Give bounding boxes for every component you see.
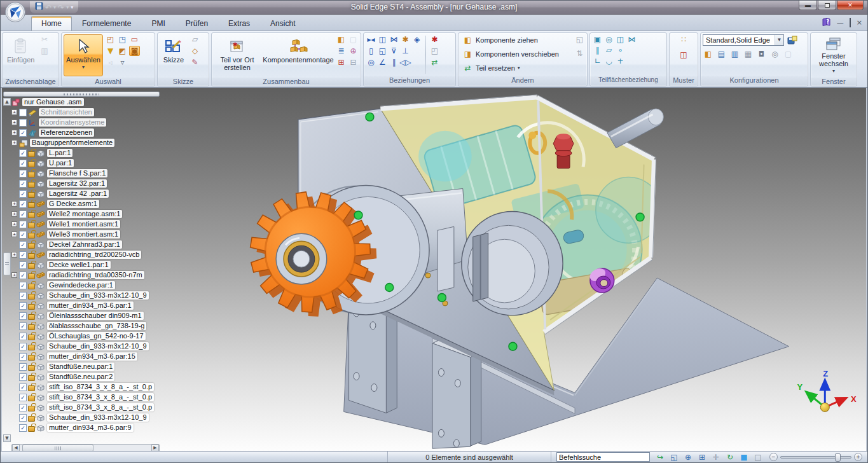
tree-item[interactable]: ✓stift_iso_8734_3_x_8_a_-_st_0.p	[11, 382, 161, 392]
visibility-checkbox[interactable]: ✓	[19, 160, 27, 167]
select-dropdown-arrow[interactable]: ▾	[82, 64, 85, 71]
visibility-checkbox[interactable]: ✓	[19, 180, 27, 188]
tree-item[interactable]: +Schnittansichten	[11, 107, 161, 118]
mate-relation-icon[interactable]: ▸◂	[366, 34, 376, 45]
tree-item[interactable]: ✓stift_iso_8734_3_x_8_a_-_st_0.p	[11, 392, 161, 403]
tree-item-label[interactable]: Welle3 montiert.asm:1	[47, 230, 120, 238]
tree-item-label[interactable]: Welle2 montage.asm:1	[47, 210, 122, 218]
group-caption[interactable]: Zwischenablage	[3, 78, 59, 86]
tree-item-label[interactable]: Referenzebenen	[39, 128, 94, 137]
visibility-checkbox[interactable]: ✓	[19, 322, 27, 330]
select-toggle-icon[interactable]: ◳	[117, 34, 128, 45]
tree-item[interactable]: ✓ölablassschaube_gn_738-19-g	[11, 321, 161, 331]
scroll-right-icon[interactable]: ▶	[151, 445, 159, 451]
group-caption[interactable]: Teilflächenbeziehung	[590, 76, 666, 86]
select-box-icon[interactable]: ◰	[105, 34, 116, 45]
copy-icon[interactable]: ▥	[39, 46, 50, 56]
minimize-button[interactable]: ▬	[799, 1, 817, 10]
tree-item-label[interactable]: mutter_din934_m3-6.par:9	[47, 424, 134, 432]
cam-relation-icon[interactable]: ◎	[366, 57, 376, 67]
tree-item[interactable]: ✓Decke welle1.par:1	[11, 260, 161, 270]
tab-pmi[interactable]: PMI	[141, 16, 175, 31]
tree-item[interactable]: +✓G Decke.asm:1	[11, 199, 161, 209]
perpendicular-face-icon[interactable]: ∟	[592, 56, 603, 66]
match-csys-icon[interactable]: ⊥	[400, 46, 411, 56]
zoom-slider-thumb[interactable]	[835, 453, 841, 462]
mirror-parts-icon[interactable]: ◫	[679, 50, 689, 60]
expand-toggle[interactable]: +	[11, 140, 17, 146]
visibility-checkbox[interactable]	[19, 119, 27, 127]
tree-item[interactable]: +✓Welle3 montiert.asm:1	[11, 230, 161, 240]
sketch-button[interactable]: Skizze	[160, 34, 188, 76]
tree-item-label[interactable]: U.par:1	[47, 159, 74, 167]
expand-toggle[interactable]: +	[11, 232, 17, 237]
zone-select-icon[interactable]: ▢	[783, 49, 794, 59]
save-configuration-icon[interactable]	[787, 35, 797, 45]
configuration-combo[interactable]: Standard,Solid Edge ▼	[703, 34, 784, 46]
range-relation-icon[interactable]: ◁▷	[400, 57, 411, 67]
flashfit-icon[interactable]: ✱	[429, 34, 440, 45]
drag-component-button[interactable]: ◧ Komponente ziehen	[460, 34, 561, 46]
tree-item-label[interactable]: Gewindedecke.par:1	[47, 281, 115, 289]
tree-item[interactable]: ✓L.par:1	[11, 148, 161, 158]
insert-component-icon[interactable]: ◧	[336, 34, 347, 45]
sketch-pencil-icon[interactable]: ✎	[189, 57, 200, 67]
tree-item-label[interactable]: nur Gehause .asm	[22, 98, 84, 106]
tree-item[interactable]: ✓Deckel Zahnrad3.par:1	[11, 240, 161, 250]
tree-item[interactable]: +Baugruppenformelemente	[11, 138, 161, 148]
tree-item-label[interactable]: Schaube_din_933-m3x12-10_9	[47, 291, 149, 300]
select-components-icon[interactable]: ◩	[117, 46, 128, 56]
group-caption[interactable]: Konfigurationen	[701, 76, 808, 86]
create-in-place-button[interactable]: ✱ Teil vor Ort erstellen	[214, 34, 261, 76]
tree-item[interactable]: ✓mutter_din934_m3-6.par:1	[11, 301, 161, 311]
tree-item-label[interactable]: stift_iso_8734_3_x_8_a_-_st_0.p	[47, 383, 154, 391]
group-caption[interactable]: Muster	[670, 76, 698, 86]
capture-fit-icon[interactable]: ⇄	[429, 57, 440, 67]
visibility-checkbox[interactable]: ✓	[19, 261, 27, 269]
tree-item-label[interactable]: Schaube_din_933-m3x12-10_9	[47, 413, 149, 422]
prompt-bar-icon[interactable]: ▭	[129, 34, 140, 45]
pattern-reference-icon[interactable]: ▢	[348, 34, 359, 45]
visibility-checkbox[interactable]: ✓	[19, 251, 27, 259]
replace-part-dropdown[interactable]: ▾	[518, 65, 520, 71]
tree-item-label[interactable]: stift_iso_8734_3_x_8_a_-_st_0.p	[47, 403, 154, 411]
close-doc-icon[interactable]: ×	[857, 19, 862, 27]
tree-item-label[interactable]: Lagersitz 42 .par:1	[47, 190, 109, 198]
disperse-icon[interactable]: ◱	[574, 34, 585, 45]
pathfinder-vscrollbar[interactable]: ▲ ▼	[3, 98, 11, 442]
restore-doc-icon[interactable]	[850, 19, 851, 27]
sketch-view-icon[interactable]: ▱	[189, 34, 200, 45]
zoom-slider-track[interactable]	[780, 456, 851, 459]
pan-icon[interactable]: ✛	[710, 452, 722, 462]
tree-item[interactable]: ✓U.par:1	[11, 158, 161, 169]
tree-item[interactable]: +✓radiadichtring_trda00350-n7m	[11, 270, 161, 280]
visibility-checkbox[interactable]	[19, 109, 27, 116]
minimize-doc-icon[interactable]: —	[837, 19, 844, 27]
tree-item-label[interactable]: radiadichtring_trd200250-vcb	[47, 251, 141, 259]
select-filter-icon[interactable]: ▼	[105, 46, 116, 56]
close-button[interactable]: ✕	[837, 1, 864, 10]
shaded-view-icon[interactable]: ■	[738, 452, 750, 462]
tab-extras[interactable]: Extras	[218, 16, 260, 31]
visibility-checkbox[interactable]: ✓	[19, 190, 27, 198]
select-button[interactable]: Auswählen ▾	[64, 34, 103, 76]
visibility-checkbox[interactable]: ✓	[19, 373, 27, 381]
group-caption[interactable]: Beziehungen	[364, 76, 455, 86]
expand-toggle[interactable]: +	[11, 130, 17, 135]
expand-toggle[interactable]: +	[11, 272, 17, 278]
tab-pruefen[interactable]: Prüfen	[176, 16, 218, 31]
tree-item[interactable]: +✓Welle2 montage.asm:1	[11, 209, 161, 219]
expand-toggle[interactable]: +	[11, 120, 17, 125]
visibility-checkbox[interactable]: ✓	[19, 404, 27, 411]
scroll-down-icon[interactable]: ▼	[3, 434, 11, 442]
symmetry-face-icon[interactable]: ◫	[615, 34, 626, 45]
scroll-left-icon[interactable]: ◀	[12, 445, 20, 451]
scroll-up-icon[interactable]: ▲	[3, 98, 11, 106]
zoom-icon[interactable]: ⊕	[682, 452, 694, 462]
visibility-checkbox[interactable]: ✓	[19, 353, 27, 361]
zone-icon[interactable]: ◎	[769, 49, 780, 59]
select-more-icon[interactable]: ▿	[117, 57, 128, 67]
tree-item[interactable]: ✓Gewindedecke.par:1	[11, 280, 161, 291]
help-icon[interactable]: ?	[822, 18, 831, 28]
tree-item-label[interactable]: Schaube_din_933-m3x12-10_9	[47, 342, 149, 350]
